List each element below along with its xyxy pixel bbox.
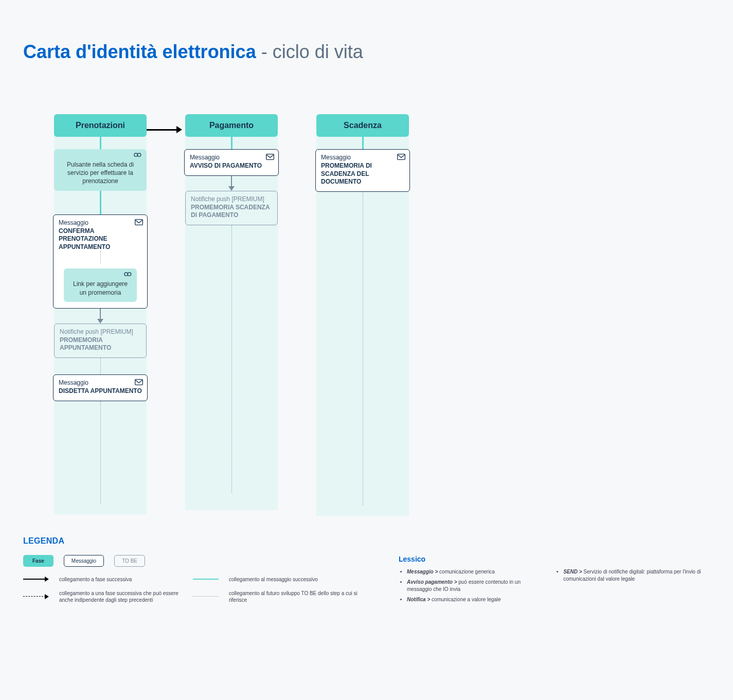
legend-line-teal-text: collegamento al messaggio successivo — [229, 576, 357, 583]
msg-label: Messaggio — [59, 219, 142, 226]
arrow-down — [97, 309, 104, 324]
nested-action-text: Link per aggiungere un promemoria — [69, 280, 132, 296]
connector-dotted — [100, 401, 101, 504]
mail-icon — [135, 219, 143, 225]
lessico-item: Avviso pagamento > può essere contenuto … — [407, 579, 524, 593]
link-icon — [123, 272, 133, 277]
legend: Fase Messaggio TO BE collegamento a fase… — [23, 555, 710, 606]
phase-header-scadenza: Scadenza — [316, 114, 409, 137]
connector-dotted — [363, 192, 363, 506]
tobe-promemoria-pagamento: Notifiche push [PREMIUM] PROMEMORIA SCAD… — [185, 191, 278, 225]
legend-chips: Fase Messaggio TO BE — [23, 555, 357, 567]
phase-columns: Prenotazioni Pulsante nella scheda di se… — [54, 114, 710, 516]
legend-arrow-solid-text: collegamento a fase successiva — [59, 576, 188, 583]
tobe-title: PROMEMORIA SCADENZA DI PAGAMENTO — [191, 204, 272, 220]
arrow-down — [228, 176, 235, 191]
tobe-promemoria-appuntamento: Notifiche push [PREMIUM] PROMEMORIA APPU… — [54, 324, 147, 358]
legend-arrow-dash-text: collegamento a una fase successiva che p… — [59, 590, 188, 603]
mail-icon — [135, 379, 143, 385]
msg-title: DISDETTA APPUNTAMENTO — [59, 387, 142, 396]
connector-dotted — [100, 251, 101, 263]
link-icon — [133, 152, 142, 157]
action-prenotazione: Pulsante nella scheda di servizio per ef… — [54, 149, 147, 191]
lessico-item: Notifica > comunicazione a valore legale — [407, 596, 524, 603]
page-title: Carta d'identità elettronica - ciclo di … — [23, 41, 710, 63]
msg-title: CONFERMA PRENOTAZIONE APPUNTAMENTO — [59, 227, 142, 252]
legend-arrow-dash-icon — [23, 595, 54, 599]
msg-label: Messaggio — [59, 379, 142, 386]
legend-grid: collegamento a fase successiva collegame… — [23, 576, 357, 603]
connector-solid — [362, 137, 364, 149]
chip-tobe: TO BE — [114, 555, 145, 567]
action-aggiungi-promemoria: Link per aggiungere un promemoria — [64, 268, 137, 301]
connector-solid — [100, 137, 101, 149]
lessico-item: Messaggio > comunicazione generica — [407, 568, 524, 576]
lessico-list-right: SEND > Servizio di notifiche digitali: p… — [555, 568, 710, 606]
arrow-to-pagamento — [147, 124, 185, 135]
lessico-list-left: Messaggio > comunicazione generica Avvis… — [399, 568, 524, 606]
phase-header-pagamento: Pagamento — [185, 114, 278, 137]
legend-line-dotted-text: collegamento al futuro sviluppo TO BE de… — [229, 590, 357, 603]
lessico-item: SEND > Servizio di notifiche digitali: p… — [563, 568, 710, 583]
legend-line-teal-icon — [193, 579, 219, 580]
legend-left: Fase Messaggio TO BE collegamento a fase… — [23, 555, 357, 606]
tobe-label: Notifiche push [PREMIUM] — [191, 195, 272, 203]
tobe-title: PROMEMORIA APPUNTAMENTO — [60, 336, 141, 352]
msg-avviso-pagamento: Messaggio AVVISO DI PAGAMENTO — [184, 149, 279, 176]
msg-conferma-prenotazione: Messaggio CONFERMA PRENOTAZIONE APPUNTAM… — [53, 214, 148, 309]
legend-line-dotted-icon — [193, 596, 219, 597]
connector-solid — [100, 191, 101, 214]
msg-label: Messaggio — [321, 154, 404, 161]
title-strong: Carta d'identità elettronica — [23, 41, 256, 62]
legend-title: LEGENDA — [23, 536, 710, 546]
column-prenotazioni: Prenotazioni Pulsante nella scheda di se… — [54, 114, 147, 516]
connector-dotted — [231, 225, 232, 493]
msg-promemoria-scadenza: Messaggio PROMEMORIA DI SCADENZA DEL DOC… — [315, 149, 410, 192]
chip-msg: Messaggio — [64, 555, 104, 567]
tobe-label: Notifiche push [PREMIUM] — [60, 328, 141, 335]
column-scadenza: Scadenza Messaggio PROMEMORIA DI SCADENZ… — [316, 114, 409, 516]
msg-title: AVVISO DI PAGAMENTO — [190, 162, 273, 170]
msg-label: Messaggio — [190, 154, 273, 161]
lessico: Lessico Messaggio > comunicazione generi… — [399, 555, 710, 606]
legend-arrow-solid-icon — [23, 577, 54, 581]
lessico-title: Lessico — [399, 555, 710, 563]
msg-disdetta-appuntamento: Messaggio DISDETTA APPUNTAMENTO — [53, 374, 148, 401]
column-pagamento: Pagamento Messaggio AVVISO DI PAGAMENTO … — [185, 114, 278, 516]
phase-header-prenotazioni: Prenotazioni — [54, 114, 147, 137]
connector-dotted — [100, 358, 101, 374]
mail-icon — [397, 154, 405, 160]
mail-icon — [266, 154, 274, 160]
connector-solid — [231, 137, 233, 149]
title-light: - ciclo di vita — [256, 41, 363, 62]
msg-title: PROMEMORIA DI SCADENZA DEL DOCUMENTO — [321, 162, 404, 186]
action-text: Pulsante nella scheda di servizio per ef… — [59, 160, 141, 186]
chip-phase: Fase — [23, 555, 53, 567]
